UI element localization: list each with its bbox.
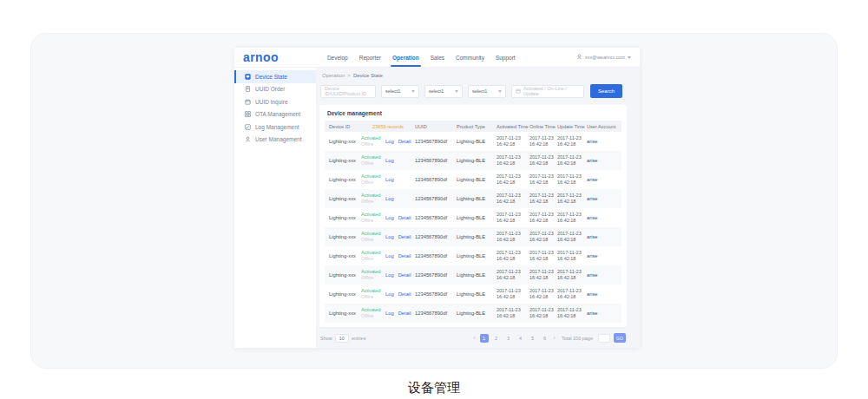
nav-item-operation[interactable]: Operation [392, 55, 419, 61]
breadcrumb: Operation > Device State [322, 73, 627, 78]
keyword-input[interactable]: Device ID/UUID/Product ID [320, 85, 376, 98]
sidebar-item-label: UUID Order [255, 86, 285, 92]
sidebar-item-uuid-order[interactable]: UUID Order [234, 83, 316, 96]
sidebar-item-label: Device State [255, 74, 287, 80]
detail-link[interactable]: Detail [398, 311, 411, 316]
app-body: Device StateUUID OrderUUID InquireOTA Ma… [234, 68, 640, 348]
sidebar-item-user-management[interactable]: User Management [234, 134, 316, 147]
log-link[interactable]: Log [385, 196, 394, 201]
status-offline: Offline [361, 141, 385, 147]
detail-link[interactable]: Detail [398, 215, 411, 220]
cell-status: ActivatedOffline [361, 250, 385, 261]
sidebar-item-label: UUID Inquire [255, 99, 288, 105]
date-range-input[interactable]: Activated / On-Line / Update [511, 85, 584, 98]
filter-select-1[interactable]: select1 [381, 85, 419, 98]
page-button-4[interactable]: 4 [516, 334, 525, 343]
col-activated-time: Activated Time [496, 124, 529, 129]
nav-item-sales[interactable]: Sales [431, 55, 444, 61]
cell-online-time: 2017-11-2316:42:18 [529, 250, 557, 262]
log-link[interactable]: Log [385, 291, 394, 297]
cell-activated-time: 2017-11-2316:42:18 [496, 288, 529, 300]
log-link[interactable]: Log [385, 234, 394, 239]
filter-select-3[interactable]: select1 [468, 85, 506, 98]
page-button-6[interactable]: 6 [541, 334, 549, 343]
status-activated: Activated [361, 212, 385, 218]
page-button-1[interactable]: 1 [480, 334, 489, 343]
user-account-menu[interactable]: xxx@wearxxx.com [576, 54, 631, 61]
log-link[interactable]: Log [385, 158, 394, 163]
cell-update-time: 2017-11-2316:42:18 [557, 154, 587, 167]
calendar-icon [516, 88, 521, 95]
records-count-label: 23659 records [361, 124, 415, 129]
cell-online-time: 2017-11-2316:42:18 [529, 231, 557, 243]
pager: ‹ 123456 › Total 100 page GO [472, 333, 626, 343]
cell-activated-time: 2017-11-2316:42:18 [496, 212, 529, 224]
search-button[interactable]: Search [590, 84, 622, 98]
table-row: Lighting-xxxActivatedOfflineLog123456789… [325, 170, 621, 189]
jump-page-input[interactable] [598, 334, 610, 343]
nav-item-develop[interactable]: Develop [327, 55, 348, 61]
cell-online-time: 2017-11-2316:42:18 [529, 307, 557, 319]
detail-link[interactable]: Detail [398, 272, 411, 278]
breadcrumb-parent[interactable]: Operation [322, 73, 345, 78]
cell-update-time: 2017-11-2316:42:18 [557, 288, 587, 300]
go-button[interactable]: GO [614, 333, 626, 343]
log-link[interactable]: Log [385, 215, 394, 220]
cell-update-time: 2017-11-2316:42:18 [557, 173, 587, 186]
device-table-panel: Device management Device ID 23659 record… [319, 105, 627, 327]
sidebar-menu: Device StateUUID OrderUUID InquireOTA Ma… [234, 70, 316, 146]
cell-activated-time: 2017-11-2316:42:18 [496, 269, 529, 281]
sidebar-item-uuid-inquire[interactable]: UUID Inquire [234, 95, 316, 108]
detail-link[interactable]: Detail [398, 291, 411, 297]
log-link[interactable]: Log [385, 311, 394, 316]
cell-user-account: arise [587, 234, 621, 239]
nav-item-reporter[interactable]: Reporter [359, 55, 381, 61]
nav-item-support[interactable]: Support [496, 55, 516, 61]
chevron-left-icon[interactable]: ‹ [472, 335, 476, 341]
table-row: Lighting-xxxActivatedOfflineLog123456789… [325, 189, 621, 208]
table-row: Lighting-xxxActivatedOfflineLogDetail123… [325, 285, 621, 304]
chevron-right-icon[interactable]: › [553, 335, 556, 341]
caret-down-icon [411, 90, 415, 93]
status-activated: Activated [361, 250, 385, 256]
panel-title: Device management [327, 110, 621, 116]
page-button-2[interactable]: 2 [492, 334, 501, 343]
log-link[interactable]: Log [385, 253, 394, 258]
status-activated: Activated [361, 288, 385, 294]
cell-device-id: Lighting-xxx [325, 291, 361, 297]
nav-item-community[interactable]: Community [456, 55, 484, 61]
status-activated: Activated [361, 135, 385, 141]
page-button-3[interactable]: 3 [504, 334, 513, 343]
detail-link[interactable]: Detail [398, 139, 411, 144]
total-pages-label: Total 100 page [562, 336, 593, 341]
cell-activated-time: 2017-11-2316:42:18 [496, 250, 529, 262]
sidebar-item-log-management[interactable]: Log Management [234, 121, 316, 134]
cell-actions: LogDetail [385, 291, 415, 297]
table-row: Lighting-xxxActivatedOfflineLogDetail123… [325, 246, 621, 265]
detail-link[interactable]: Detail [398, 253, 411, 258]
cell-update-time: 2017-11-2316:42:18 [557, 135, 587, 147]
log-link[interactable]: Log [385, 272, 394, 278]
table-row: Lighting-xxxActivatedOfflineLog123456789… [325, 151, 621, 170]
status-activated: Activated [361, 307, 385, 313]
sidebar-item-device-state[interactable]: Device State [234, 70, 316, 83]
sidebar-item-ota-management[interactable]: OTA Management [234, 108, 316, 121]
detail-link[interactable]: Detail [398, 234, 411, 239]
log-link[interactable]: Log [385, 177, 394, 182]
cell-activated-time: 2017-11-2316:42:18 [496, 173, 529, 186]
caret-down-icon [628, 56, 631, 59]
page-button-5[interactable]: 5 [529, 334, 537, 343]
cell-user-account: arise [587, 272, 621, 278]
page-size-select[interactable]: 10 [335, 334, 349, 343]
cell-user-account: arise [587, 311, 621, 316]
log-link[interactable]: Log [385, 139, 394, 144]
cell-user-account: arise [587, 139, 621, 144]
cell-device-id: Lighting-xxx [325, 253, 361, 258]
top-nav: DevelopReporterOperationSalesCommunitySu… [327, 55, 516, 61]
cell-product-type: Lighting-BLE [457, 177, 496, 182]
cell-online-time: 2017-11-2316:42:18 [529, 193, 557, 205]
cell-status: ActivatedOffline [361, 231, 385, 242]
filter-select-2[interactable]: select1 [424, 85, 463, 98]
cell-online-time: 2017-11-2316:42:18 [529, 212, 557, 224]
status-offline: Offline [361, 199, 385, 204]
